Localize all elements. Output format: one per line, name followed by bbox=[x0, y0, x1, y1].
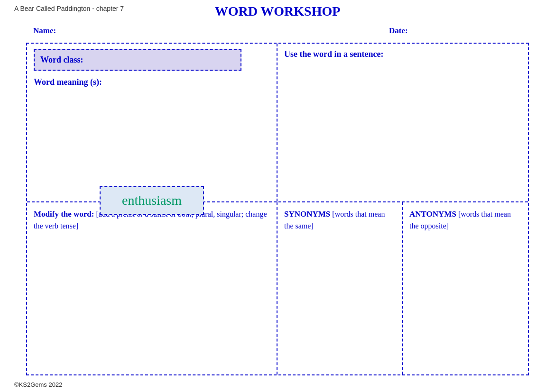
modify-bold: Modify the word: bbox=[34, 210, 94, 219]
left-panel: Word class: Word meaning (s): enthusiasm bbox=[27, 44, 278, 201]
antonyms-label: ANTONYMS [words that mean the opposite] bbox=[409, 208, 521, 232]
top-row: Word class: Word meaning (s): enthusiasm… bbox=[27, 44, 528, 202]
use-sentence-label: Use the word in a sentence: bbox=[284, 49, 521, 59]
name-label: Name: bbox=[33, 26, 56, 36]
word-meaning-label: Word meaning (s): bbox=[34, 77, 270, 87]
word-class-box: Word class: bbox=[34, 49, 241, 71]
antonyms-panel: ANTONYMS [words that mean the opposite] bbox=[403, 202, 528, 374]
synonyms-label: SYNONYMS [words that mean the same] bbox=[284, 208, 395, 232]
right-panel: Use the word in a sentence: bbox=[278, 44, 528, 201]
footer-copyright: ©KS2Gems 2022 bbox=[14, 381, 62, 388]
antonyms-bold: ANTONYMS bbox=[409, 210, 456, 219]
date-label: Date: bbox=[389, 26, 408, 36]
center-word-box: enthusiasm bbox=[100, 186, 204, 215]
bottom-left-panel: Modify the word: [add a prefix or a suff… bbox=[27, 202, 278, 374]
main-worksheet: Word class: Word meaning (s): enthusiasm… bbox=[26, 43, 529, 375]
center-word-text: enthusiasm bbox=[122, 193, 182, 208]
center-word-container: enthusiasm bbox=[100, 186, 204, 215]
synonyms-panel: SYNONYMS [words that mean the same] bbox=[278, 202, 403, 374]
bottom-row: Modify the word: [add a prefix or a suff… bbox=[27, 202, 528, 374]
synonyms-bold: SYNONYMS bbox=[284, 210, 330, 219]
word-class-label: Word class: bbox=[40, 55, 83, 64]
page-title: WORD WORKSHOP bbox=[0, 4, 555, 19]
